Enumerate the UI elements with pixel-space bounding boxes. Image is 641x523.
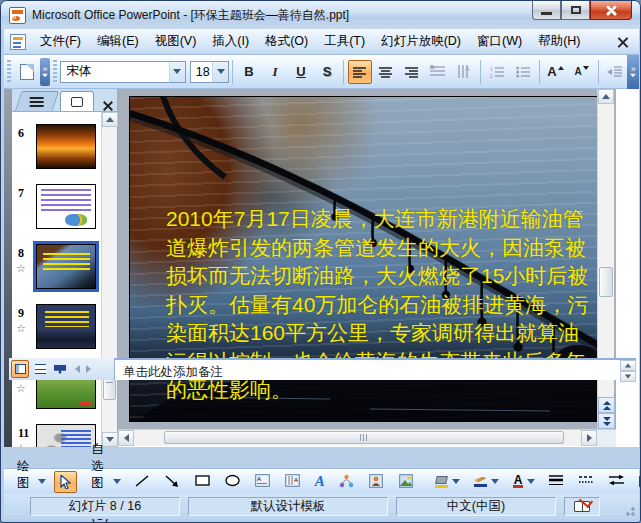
horizontal-scrollbar[interactable] [118, 429, 616, 446]
slide-row-6: 6 [12, 124, 101, 172]
wordart-button[interactable]: A [309, 471, 331, 493]
text-shadow-button[interactable]: S [315, 60, 339, 84]
italic-button[interactable]: I [263, 60, 287, 84]
scrollbar-thumb[interactable] [599, 267, 613, 297]
scroll-right-button[interactable] [581, 430, 597, 446]
notes-pane[interactable]: 单击此处添加备注 [115, 358, 636, 380]
text-box-button[interactable]: A [249, 471, 277, 493]
status-spellcheck[interactable] [564, 497, 600, 516]
scroll-down-button[interactable] [620, 371, 636, 382]
scroll-up-button[interactable] [598, 89, 614, 104]
notes-placeholder[interactable]: 单击此处添加备注 [115, 360, 636, 381]
vertical-text-box-button[interactable]: A [279, 471, 307, 493]
new-presentation-button[interactable] [15, 60, 39, 84]
slide-thumbnail-9[interactable] [36, 304, 96, 349]
scroll-up-button[interactable] [102, 112, 118, 127]
pane-splitter[interactable] [4, 89, 12, 447]
text-direction-button[interactable]: A [452, 60, 476, 84]
clip-art-button[interactable] [363, 471, 391, 493]
close-document-icon[interactable] [617, 36, 629, 48]
menu-tools[interactable]: 工具(T) [316, 29, 373, 54]
align-center-button[interactable] [374, 60, 398, 84]
line-color-icon [474, 477, 487, 487]
rectangle-tool-button[interactable] [189, 471, 217, 493]
arrow-tool-button[interactable] [159, 471, 187, 493]
font-color-button[interactable]: A [507, 471, 542, 493]
menu-help[interactable]: 帮助(H) [530, 29, 588, 54]
bullet-list-button[interactable] [511, 60, 535, 84]
decrease-indent-icon [607, 66, 622, 78]
line-style-button[interactable] [543, 471, 571, 493]
font-name-combo[interactable]: 宋体 [60, 61, 186, 83]
decrease-font-size-button[interactable]: A [570, 60, 594, 84]
toolbar-drag-handle[interactable] [7, 60, 11, 84]
maximize-button[interactable] [561, 1, 590, 20]
oval-tool-button[interactable] [219, 471, 247, 493]
bold-button[interactable]: B [237, 60, 261, 84]
text-box-icon: A [255, 474, 271, 490]
menu-edit[interactable]: 编辑(E) [89, 29, 147, 54]
numbered-list-button[interactable]: 12 [485, 60, 509, 84]
status-language[interactable]: 中文(中国) [396, 497, 556, 516]
scroll-up-button[interactable] [620, 360, 636, 371]
autoshapes-menu-button[interactable]: 自选图形(U) [85, 471, 126, 493]
slide-thumbnail-11[interactable] [36, 424, 96, 447]
menu-file[interactable]: 文件(F) [32, 29, 89, 54]
toolbar-drag-handle[interactable] [53, 60, 57, 84]
standard-toolbar-options-button[interactable]: » [40, 58, 50, 86]
draw-menu-button[interactable]: 绘图(R) [11, 471, 52, 493]
fill-color-button[interactable] [429, 471, 466, 493]
tab-slides[interactable] [60, 91, 94, 111]
animation-star-icon: ☆ [16, 442, 26, 447]
shadow-style-button[interactable] [633, 471, 641, 493]
insert-picture-button[interactable] [393, 471, 421, 493]
minimize-button[interactable] [532, 1, 561, 20]
align-right-button[interactable] [400, 60, 424, 84]
slide-thumbnail-8-selected[interactable] [36, 244, 96, 289]
tab-scroll-arrows[interactable] [75, 365, 91, 373]
menu-view[interactable]: 视图(V) [147, 29, 205, 54]
thumbnails-scrollbar[interactable] [101, 112, 117, 447]
animation-star-icon: ☆ [16, 262, 26, 275]
slideshow-view-button[interactable] [51, 360, 69, 378]
slide-thumbnail-7[interactable] [36, 184, 96, 229]
next-slide-button[interactable] [598, 413, 615, 429]
menu-slideshow[interactable]: 幻灯片放映(D) [373, 29, 469, 54]
status-design-template[interactable]: 默认设计模板 [188, 497, 388, 516]
notes-scrollbar[interactable] [620, 360, 636, 382]
format-toolbar-options-button[interactable]: » [627, 55, 639, 89]
slide-sorter-view-button[interactable] [31, 360, 49, 378]
vertical-text-box-icon: A [285, 474, 301, 490]
scrollbar-track[interactable] [134, 430, 581, 446]
line-color-button[interactable] [468, 471, 505, 493]
distribute-text-button[interactable] [426, 60, 450, 84]
select-objects-button[interactable] [54, 471, 77, 493]
chevron-down-icon[interactable] [212, 62, 228, 82]
menu-window[interactable]: 窗口(W) [469, 29, 530, 54]
close-button[interactable] [590, 1, 632, 20]
scroll-left-button[interactable] [118, 430, 134, 446]
previous-slide-button[interactable] [598, 397, 615, 413]
line-tool-button[interactable] [129, 471, 157, 493]
menu-insert[interactable]: 插入(I) [204, 29, 257, 54]
dash-style-button[interactable] [573, 471, 601, 493]
close-pane-icon[interactable] [103, 101, 113, 111]
chevron-down-icon[interactable] [169, 62, 185, 82]
decrease-indent-button[interactable] [602, 60, 626, 84]
scrollbar-thumb[interactable] [164, 431, 564, 444]
align-left-button[interactable] [348, 60, 372, 84]
slide-thumbnail-6[interactable] [36, 124, 96, 169]
tab-outline[interactable] [15, 91, 59, 111]
window-resize-grip[interactable] [623, 504, 635, 516]
picture-icon [399, 474, 415, 490]
line-icon [135, 474, 151, 490]
underline-button[interactable]: U [289, 60, 313, 84]
normal-view-button[interactable] [11, 360, 29, 378]
slideshow-icon [54, 365, 66, 374]
diagram-button[interactable] [333, 471, 361, 493]
font-size-combo[interactable]: 18 [190, 61, 229, 83]
menu-format[interactable]: 格式(O) [257, 29, 316, 54]
increase-font-size-button[interactable]: A [544, 60, 568, 84]
font-name-value: 宋体 [66, 63, 91, 80]
arrow-style-button[interactable] [603, 471, 631, 493]
